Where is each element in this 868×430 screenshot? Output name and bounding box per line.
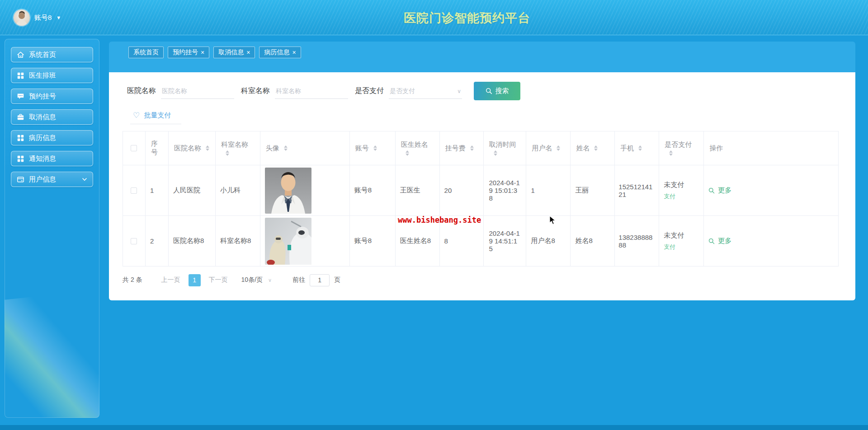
pay-status-label: 是否支付 [355,86,384,96]
goto-page-input[interactable] [310,274,330,286]
grid-icon [17,155,24,163]
pay-link[interactable]: 支付 [664,192,675,201]
sidebar-item-notice[interactable]: 通知消息 [11,151,93,166]
close-icon[interactable]: × [201,49,204,56]
cell-doctor: 王医生 [396,165,440,216]
column-header-label: 手机 [620,144,634,153]
sort-caret-icon[interactable] [284,145,288,151]
sidebar-item-label: 医生排班 [29,71,56,80]
cell-account: 账号8 [350,165,396,216]
column-header-avatar[interactable]: 头像 [260,131,350,165]
pay-status-select[interactable] [389,84,462,99]
column-header-label: 操作 [709,144,723,153]
sort-caret-icon[interactable] [470,145,474,151]
column-header-cancel_time[interactable]: 取消时间 [484,131,527,165]
cell-dept: 小儿科 [216,165,260,216]
more-button[interactable]: 更多 [708,186,731,195]
sort-caret-icon[interactable] [638,145,642,151]
sidebar-item-home[interactable]: 系统首页 [11,47,93,62]
tab-label: 预约挂号 [173,48,198,56]
select-all-header-cell [123,131,146,165]
pay-status-text: 未支付 [664,231,684,240]
tab-cancel-info[interactable]: 取消信息× [213,47,255,58]
row-checkbox[interactable] [131,187,137,194]
cell-seq: 2 [146,216,169,266]
cell-name: 王丽 [571,165,615,216]
prev-page-button[interactable]: 上一页 [161,276,180,284]
sort-caret-icon[interactable] [669,150,673,156]
column-header-account[interactable]: 账号 [350,131,396,165]
grid-icon [17,72,24,79]
column-header-pay[interactable]: 是否支付 [659,131,704,165]
row-checkbox[interactable] [131,238,137,244]
more-button[interactable]: 更多 [708,237,731,245]
goto-unit-label: 页 [334,276,340,284]
column-header-label: 姓名 [576,144,590,153]
magnifier-icon [708,187,715,194]
cell-pay: 未支付支付 [659,165,704,216]
sidebar-item-medical-record[interactable]: 病历信息 [11,130,93,145]
column-header-phone[interactable]: 手机 [615,131,659,165]
sidebar-item-user-info[interactable]: 用户信息 [11,172,93,187]
account-menu[interactable]: 账号8 ▼ [14,9,61,26]
select-all-checkbox[interactable] [131,145,137,151]
medical-staff-ppe-photo [265,218,311,265]
sidebar-item-appointment-register[interactable]: 预约挂号 [11,89,93,104]
column-header-name[interactable]: 姓名 [571,131,615,165]
column-header-label: 序号 [151,140,163,157]
column-header-username[interactable]: 用户名 [526,131,571,165]
close-icon[interactable]: × [292,49,296,56]
watermark-text: www.bishebang.site [398,215,481,224]
search-button-label: 搜索 [495,87,509,95]
cell-hospital: 人民医院 [169,165,216,216]
department-name-input[interactable] [275,84,348,99]
next-page-button[interactable]: 下一页 [209,276,228,284]
page-size-select[interactable]: 10条/页 ∨ [241,276,272,284]
column-header-hospital[interactable]: 医院名称 [169,131,216,165]
sidebar-item-doctor-schedule[interactable]: 医生排班 [11,68,93,83]
chevron-down-icon [82,177,87,182]
search-button[interactable]: 搜索 [474,82,520,100]
sidebar-item-label: 用户信息 [29,175,56,184]
sort-caret-icon[interactable] [406,150,409,156]
sort-caret-icon[interactable] [373,145,377,151]
tab-appointment-register[interactable]: 预约挂号× [168,47,209,58]
toolbar-divider [130,124,181,124]
tab-label: 取消信息 [218,48,244,56]
column-header-doctor[interactable]: 医生姓名 [396,131,440,165]
card-icon [17,176,24,183]
cell-phone: 15251214121 [615,165,659,216]
department-name-label: 科室名称 [241,86,270,96]
field-department-name: 科室名称 [241,84,348,99]
account-name: 账号8 [34,14,52,22]
tab-medical-record[interactable]: 病历信息× [259,47,301,58]
column-header-fee[interactable]: 挂号费 [440,131,484,165]
sidebar-item-cancel-info[interactable]: 取消信息 [11,109,93,125]
content-panel: 医院名称 科室名称 是否支付 ∨ [109,72,855,300]
cell-fee: 20 [440,165,484,216]
sort-caret-icon[interactable] [494,150,497,156]
sidebar-item-label: 系统首页 [29,51,56,59]
cancel-info-table: 序号医院名称科室名称头像账号医生姓名挂号费取消时间用户名姓名手机是否支付操作1人… [123,131,839,266]
tab-home[interactable]: 系统首页 [128,47,164,58]
sort-caret-icon[interactable] [557,145,560,151]
column-header-dept[interactable]: 科室名称 [216,131,260,165]
pay-link[interactable]: 支付 [664,243,675,251]
table-row: 1人民医院小儿科账号8王医生202024-04-19 15:01:381王丽15… [123,165,839,216]
sidebar-item-label: 取消信息 [29,113,56,122]
sort-caret-icon[interactable] [226,150,229,156]
sidebar-item-label: 通知消息 [29,154,56,163]
column-header-label: 医院名称 [174,144,201,153]
sort-caret-icon[interactable] [206,145,209,151]
batch-pay-button[interactable]: ♡ 批量支付 [133,111,171,120]
hospital-name-input[interactable] [161,84,234,99]
batch-pay-label: 批量支付 [144,111,171,120]
field-pay-status: 是否支付 ∨ [355,84,462,99]
column-header-label: 医生姓名 [401,140,428,149]
sidebar: 系统首页医生排班预约挂号取消信息病历信息通知消息用户信息 [5,39,99,418]
row-select-cell [123,216,146,266]
home-icon [17,51,24,59]
close-icon[interactable]: × [246,49,250,56]
sort-caret-icon[interactable] [594,145,598,151]
page-number-1[interactable]: 1 [189,274,201,286]
